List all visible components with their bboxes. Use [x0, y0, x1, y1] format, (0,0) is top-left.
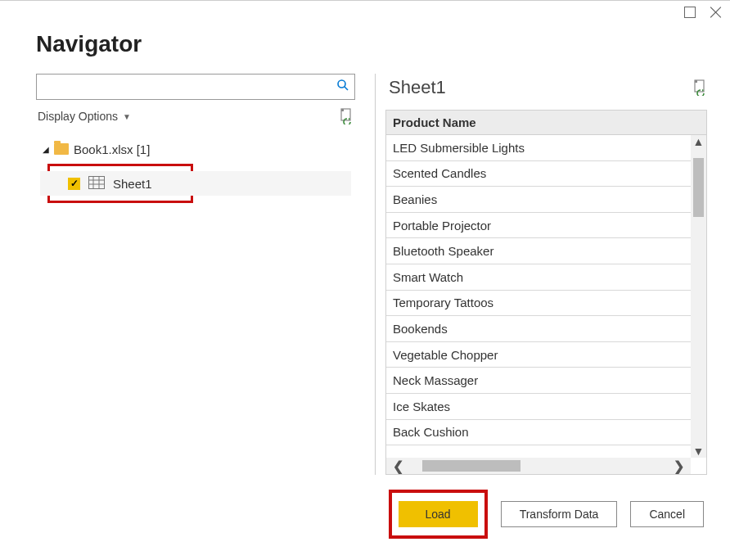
scroll-left-icon[interactable]: ❮ — [393, 458, 403, 474]
cancel-button[interactable]: Cancel — [630, 501, 704, 527]
column-header[interactable]: Product Name — [386, 111, 706, 135]
search-input[interactable] — [42, 79, 336, 94]
display-options-label: Display Options — [38, 110, 118, 123]
navigator-tree-pane: Display Options ▼ ◢ Book1.xlsx [1] ✓ — [36, 74, 372, 475]
table-row[interactable]: Bluetooth Speaker — [386, 238, 706, 264]
search-icon[interactable] — [336, 79, 349, 95]
maximize-icon[interactable] — [684, 7, 696, 18]
pane-divider — [375, 74, 376, 475]
table-row[interactable]: Beanies — [386, 187, 706, 213]
dialog-footer: Load Transform Data Cancel — [0, 475, 730, 539]
close-icon[interactable] — [710, 7, 722, 18]
preview-pane: Sheet1 Product Name LED Submersible Ligh… — [385, 74, 707, 475]
svg-point-0 — [338, 80, 345, 88]
refresh-preview-icon[interactable] — [692, 79, 707, 96]
refresh-icon[interactable] — [339, 108, 354, 124]
svg-line-1 — [345, 87, 348, 90]
annotation-highlight-load: Load — [389, 490, 488, 539]
scroll-down-icon[interactable]: ▼ — [693, 445, 705, 458]
file-name-label: Book1.xlsx [1] — [74, 142, 150, 156]
preview-table: Product Name LED Submersible LightsScent… — [385, 110, 707, 475]
page-title: Navigator — [0, 23, 730, 74]
svg-rect-3 — [89, 176, 105, 188]
annotation-highlight-sheet: ✓ Sheet1 — [47, 164, 193, 203]
sheet-name-label: Sheet1 — [113, 177, 152, 191]
table-row[interactable]: LED Submersible Lights — [386, 135, 706, 161]
table-row[interactable]: Temporary Tattoos — [386, 291, 706, 317]
table-icon — [88, 176, 105, 192]
display-options-dropdown[interactable]: Display Options ▼ — [38, 110, 131, 123]
preview-title: Sheet1 — [389, 77, 446, 98]
table-row[interactable]: Vegetable Chopper — [386, 342, 706, 368]
vertical-scroll-thumb[interactable] — [693, 158, 704, 217]
scroll-up-icon[interactable]: ▲ — [693, 135, 705, 148]
table-row[interactable]: Ice Skates — [386, 394, 706, 420]
scroll-right-icon[interactable]: ❯ — [674, 458, 684, 474]
table-row[interactable]: Bookends — [386, 316, 706, 342]
folder-icon — [54, 143, 69, 155]
table-row[interactable]: Neck Massager — [386, 368, 706, 394]
vertical-scrollbar[interactable]: ▲ ▼ — [691, 135, 706, 458]
horizontal-scrollbar[interactable]: ❮ ❯ — [386, 458, 691, 474]
load-button[interactable]: Load — [399, 501, 478, 527]
table-row[interactable]: Smart Watch — [386, 264, 706, 291]
table-row[interactable]: Back Cushion — [386, 420, 706, 446]
title-bar — [0, 0, 730, 23]
horizontal-scroll-thumb[interactable] — [422, 460, 520, 472]
tree-sheet-row[interactable]: ✓ Sheet1 — [40, 171, 351, 196]
expand-triangle-icon[interactable]: ◢ — [43, 145, 49, 154]
chevron-down-icon: ▼ — [123, 112, 131, 121]
table-row[interactable]: Scented Candles — [386, 161, 706, 187]
checkbox-checked-icon[interactable]: ✓ — [68, 178, 80, 190]
search-input-container[interactable] — [36, 74, 355, 100]
transform-data-button[interactable]: Transform Data — [501, 501, 618, 527]
table-row[interactable]: Portable Projector — [386, 213, 706, 239]
tree-file-row[interactable]: ◢ Book1.xlsx [1] — [43, 138, 355, 160]
